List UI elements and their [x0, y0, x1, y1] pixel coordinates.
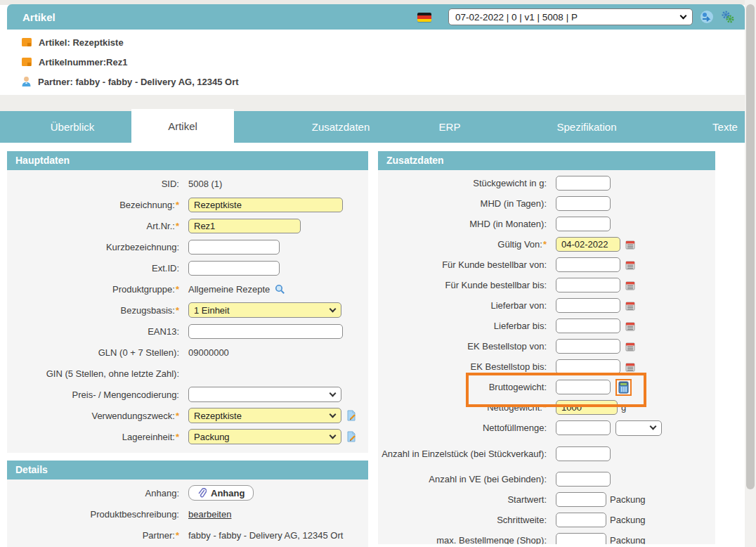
- calendar-icon[interactable]: [625, 301, 635, 311]
- tab-erp[interactable]: ERP: [439, 111, 461, 143]
- mhd-tage-input[interactable]: [556, 196, 611, 211]
- row-ek-bestellstop-bis: EK Bestellstop bis:: [378, 356, 715, 377]
- scrollbar-thumb[interactable]: [746, 4, 755, 489]
- field-label: GIN (5 Stellen, ohne letzte Zahl):: [46, 368, 179, 379]
- anzahl-ve-input[interactable]: [556, 472, 611, 487]
- nettofuellmenge-input[interactable]: [556, 420, 611, 435]
- info-item-partner: Partner: fabby - fabby - Delivery AG, 12…: [21, 75, 745, 89]
- required-marker: *: [176, 305, 179, 316]
- row-ek-bestellstop-von: EK Bestellstop von:: [378, 336, 715, 356]
- field-label: Anzahl in Einzelstück (bei Stückverkauf)…: [382, 449, 547, 459]
- unit-suffix: Packung: [610, 535, 646, 544]
- kurzbezeichnung-input[interactable]: [188, 240, 280, 255]
- bruttogewicht-input[interactable]: [556, 380, 611, 394]
- version-select-value: 07-02-2022 | 0 | v1 | 5008 | P: [455, 12, 681, 22]
- gears-icon[interactable]: [721, 10, 735, 24]
- chevron-down-icon: [330, 411, 337, 418]
- required-marker: *: [543, 402, 547, 413]
- preis-mengencodierung-select[interactable]: [188, 387, 341, 402]
- ek-bestellstop-von-input[interactable]: [556, 339, 620, 354]
- field-label: GLN (0 + 7 Stellen):: [98, 347, 179, 358]
- german-flag-icon[interactable]: [417, 13, 431, 22]
- row-startwert: Startwert: Packung: [378, 489, 715, 510]
- nettogewicht-input[interactable]: [556, 400, 618, 415]
- chevron-down-icon: [330, 305, 337, 312]
- sync-icon[interactable]: [700, 10, 714, 24]
- bezugsbasis-select[interactable]: 1 Einheit: [188, 302, 341, 318]
- tab-artikel-label: Artikel: [168, 109, 197, 146]
- field-label: SID:: [162, 179, 179, 189]
- mhd-monate-input[interactable]: [556, 217, 611, 231]
- field-label: Kurzbezeichnung:: [106, 242, 179, 252]
- nettofuellmenge-unit-select[interactable]: [615, 420, 662, 436]
- calculator-icon[interactable]: [618, 381, 629, 394]
- produktgruppe-value: Allgemeine Rezepte: [188, 284, 270, 295]
- tab-ueberblick[interactable]: Überblick: [51, 111, 95, 143]
- field-label: Lieferbar von:: [491, 300, 547, 311]
- tab-artikel[interactable]: Artikel: [131, 109, 234, 146]
- stueckgewicht-input[interactable]: [556, 176, 611, 191]
- tab-texte[interactable]: Texte: [712, 111, 738, 143]
- info-item-text: Partner: fabby - fabby - Delivery AG, 12…: [38, 77, 239, 87]
- zusatzdaten-panel: Zusatzdaten Stückgewicht in g: MHD (in T…: [378, 151, 715, 544]
- version-select[interactable]: 07-02-2022 | 0 | v1 | 5008 | P: [448, 8, 693, 25]
- row-kunde-bestellbar-bis: Für Kunde bestellbar bis:: [378, 275, 715, 295]
- anhang-button[interactable]: Anhang: [188, 485, 254, 501]
- field-label: Preis- / Mengencodierung:: [72, 390, 179, 400]
- calendar-icon[interactable]: [625, 281, 635, 290]
- edit-icon[interactable]: [346, 410, 357, 421]
- artnr-input[interactable]: [188, 219, 301, 233]
- calendar-icon[interactable]: [625, 362, 635, 372]
- field-label: Anzahl in VE (bei Gebinden):: [429, 474, 547, 484]
- extid-input[interactable]: [188, 261, 280, 276]
- tab-spezifikation[interactable]: Spezifikation: [556, 111, 616, 143]
- calculator-highlight-box: [615, 379, 632, 396]
- row-kunde-bestellbar-von: Für Kunde bestellbar von:: [378, 255, 715, 275]
- row-anzahl-einzelstueck: Anzahl in Einzelstück (bei Stückverkauf)…: [378, 438, 715, 469]
- row-kurzbezeichnung: Kurzbezeichnung:: [7, 236, 368, 257]
- package-icon: [21, 37, 32, 48]
- field-label: Anhang:: [145, 488, 179, 498]
- field-label: Bezugsbasis:: [121, 305, 175, 316]
- select-value: 1 Einheit: [189, 305, 330, 316]
- row-bezugsbasis: Bezugsbasis:* 1 Einheit: [7, 300, 368, 321]
- schrittweite-input[interactable]: [556, 513, 606, 527]
- field-label: EAN13:: [148, 326, 179, 337]
- lagereinheit-select[interactable]: Packung: [188, 429, 341, 444]
- lieferbar-von-input[interactable]: [556, 298, 620, 313]
- kunde-bestellbar-bis-input[interactable]: [556, 278, 620, 292]
- edit-icon[interactable]: [346, 431, 357, 442]
- ek-bestellstop-bis-input[interactable]: [556, 359, 620, 374]
- field-label: Lieferbar bis:: [494, 321, 547, 331]
- calendar-icon[interactable]: [625, 240, 635, 250]
- gueltig-von-input[interactable]: [556, 237, 620, 252]
- bearbeiten-link[interactable]: bearbeiten: [188, 509, 231, 520]
- info-item-artikelnummer: Artikelnummer:Rez1: [21, 55, 745, 69]
- search-icon[interactable]: [275, 284, 285, 295]
- required-marker: *: [176, 284, 179, 295]
- gln-value: 09000000: [188, 347, 229, 358]
- anzahl-einzelstueck-input[interactable]: [556, 446, 611, 461]
- calendar-icon[interactable]: [625, 342, 635, 352]
- kunde-bestellbar-von-input[interactable]: [556, 257, 620, 272]
- verwendungszweck-select[interactable]: Rezeptkiste: [188, 408, 341, 423]
- field-label: max. Bestellmenge (Shop):: [436, 535, 547, 544]
- max-bestellmenge-input[interactable]: [556, 533, 606, 544]
- unit-suffix: Packung: [610, 515, 646, 525]
- info-item-artikel: Artikel: Rezeptkiste: [21, 35, 745, 49]
- row-lagereinheit: Lagereinheit:* Packung: [7, 426, 368, 447]
- calendar-icon[interactable]: [625, 260, 635, 270]
- lieferbar-bis-input[interactable]: [556, 318, 620, 333]
- info-item-text: Artikel: Rezeptkiste: [39, 37, 124, 48]
- row-stueckgewicht: Stückgewicht in g:: [378, 173, 715, 193]
- unit-suffix: Packung: [610, 494, 646, 505]
- vertical-scrollbar[interactable]: [745, 0, 756, 547]
- startwert-input[interactable]: [556, 492, 606, 507]
- page-title: Artikel: [22, 11, 56, 23]
- bezeichnung-input[interactable]: [188, 198, 343, 212]
- select-value: Rezeptkiste: [189, 411, 330, 421]
- calendar-icon[interactable]: [625, 321, 635, 331]
- tab-zusatzdaten[interactable]: Zusatzdaten: [312, 111, 370, 143]
- paperclip-icon: [197, 488, 207, 498]
- ean13-input[interactable]: [188, 324, 343, 339]
